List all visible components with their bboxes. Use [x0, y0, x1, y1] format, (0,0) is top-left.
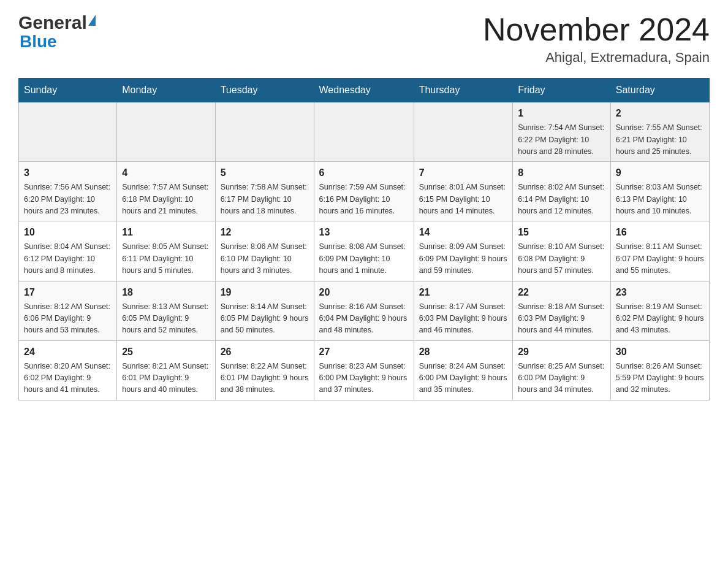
calendar-cell: 3Sunrise: 7:56 AM Sunset: 6:20 PM Daylig… — [19, 162, 117, 221]
calendar-week-row: 3Sunrise: 7:56 AM Sunset: 6:20 PM Daylig… — [19, 162, 710, 221]
day-info: Sunrise: 8:14 AM Sunset: 6:05 PM Dayligh… — [221, 301, 309, 337]
calendar-cell: 30Sunrise: 8:26 AM Sunset: 5:59 PM Dayli… — [610, 340, 709, 400]
logo-general: General — [18, 12, 87, 33]
day-number: 18 — [122, 285, 210, 300]
day-number: 21 — [419, 285, 507, 300]
calendar-cell — [314, 102, 414, 162]
calendar-week-row: 1Sunrise: 7:54 AM Sunset: 6:22 PM Daylig… — [19, 102, 710, 162]
day-number: 9 — [616, 166, 704, 180]
day-info: Sunrise: 8:20 AM Sunset: 6:02 PM Dayligh… — [24, 361, 112, 396]
calendar-cell — [117, 102, 215, 162]
calendar-cell: 5Sunrise: 7:58 AM Sunset: 6:17 PM Daylig… — [215, 162, 314, 221]
calendar-week-row: 17Sunrise: 8:12 AM Sunset: 6:06 PM Dayli… — [19, 281, 710, 340]
day-number: 25 — [122, 345, 210, 359]
calendar-cell: 23Sunrise: 8:19 AM Sunset: 6:02 PM Dayli… — [610, 281, 709, 340]
logo: General Blue — [18, 12, 96, 52]
day-info: Sunrise: 8:02 AM Sunset: 6:14 PM Dayligh… — [518, 182, 605, 217]
day-info: Sunrise: 8:08 AM Sunset: 6:09 PM Dayligh… — [319, 241, 409, 277]
calendar-cell: 17Sunrise: 8:12 AM Sunset: 6:06 PM Dayli… — [19, 281, 117, 340]
day-info: Sunrise: 8:21 AM Sunset: 6:01 PM Dayligh… — [122, 361, 210, 396]
day-number: 2 — [616, 106, 704, 121]
day-info: Sunrise: 8:04 AM Sunset: 6:12 PM Dayligh… — [24, 241, 112, 277]
calendar-cell: 12Sunrise: 8:06 AM Sunset: 6:10 PM Dayli… — [215, 221, 314, 281]
day-info: Sunrise: 8:23 AM Sunset: 6:00 PM Dayligh… — [319, 361, 409, 396]
day-number: 14 — [419, 225, 507, 240]
day-number: 12 — [221, 225, 309, 240]
calendar-cell: 1Sunrise: 7:54 AM Sunset: 6:22 PM Daylig… — [513, 102, 611, 162]
day-info: Sunrise: 8:13 AM Sunset: 6:05 PM Dayligh… — [122, 301, 210, 337]
day-number: 4 — [122, 166, 210, 180]
day-number: 28 — [419, 345, 507, 359]
day-number: 3 — [24, 166, 112, 180]
calendar-cell: 27Sunrise: 8:23 AM Sunset: 6:00 PM Dayli… — [314, 340, 414, 400]
day-info: Sunrise: 8:05 AM Sunset: 6:11 PM Dayligh… — [122, 241, 210, 277]
day-info: Sunrise: 8:12 AM Sunset: 6:06 PM Dayligh… — [24, 301, 112, 337]
calendar-cell: 19Sunrise: 8:14 AM Sunset: 6:05 PM Dayli… — [215, 281, 314, 340]
calendar-cell: 8Sunrise: 8:02 AM Sunset: 6:14 PM Daylig… — [513, 162, 611, 221]
calendar-table: SundayMondayTuesdayWednesdayThursdayFrid… — [18, 78, 710, 400]
day-info: Sunrise: 7:58 AM Sunset: 6:17 PM Dayligh… — [221, 182, 309, 217]
calendar-cell: 28Sunrise: 8:24 AM Sunset: 6:00 PM Dayli… — [414, 340, 512, 400]
day-number: 7 — [419, 166, 507, 180]
day-number: 17 — [24, 285, 112, 300]
weekday-header-thursday: Thursday — [414, 79, 512, 102]
logo-triangle-icon — [88, 15, 96, 26]
day-info: Sunrise: 7:55 AM Sunset: 6:21 PM Dayligh… — [616, 122, 704, 158]
day-info: Sunrise: 7:59 AM Sunset: 6:16 PM Dayligh… — [319, 182, 409, 217]
day-info: Sunrise: 8:03 AM Sunset: 6:13 PM Dayligh… — [616, 182, 704, 217]
day-number: 23 — [616, 285, 704, 300]
page-header: General Blue November 2024 Ahigal, Extre… — [18, 12, 710, 66]
day-number: 8 — [518, 166, 605, 180]
calendar-cell: 24Sunrise: 8:20 AM Sunset: 6:02 PM Dayli… — [19, 340, 117, 400]
calendar-cell: 18Sunrise: 8:13 AM Sunset: 6:05 PM Dayli… — [117, 281, 215, 340]
weekday-header-friday: Friday — [513, 79, 611, 102]
title-area: November 2024 Ahigal, Extremadura, Spain — [483, 12, 710, 66]
day-number: 6 — [319, 166, 409, 180]
day-number: 5 — [221, 166, 309, 180]
day-info: Sunrise: 8:01 AM Sunset: 6:15 PM Dayligh… — [419, 182, 507, 217]
day-info: Sunrise: 8:10 AM Sunset: 6:08 PM Dayligh… — [518, 241, 605, 277]
calendar-cell: 6Sunrise: 7:59 AM Sunset: 6:16 PM Daylig… — [314, 162, 414, 221]
day-info: Sunrise: 8:11 AM Sunset: 6:07 PM Dayligh… — [616, 241, 704, 277]
logo-blue: Blue — [20, 32, 57, 52]
calendar-cell: 7Sunrise: 8:01 AM Sunset: 6:15 PM Daylig… — [414, 162, 512, 221]
day-number: 13 — [319, 225, 409, 240]
day-info: Sunrise: 7:57 AM Sunset: 6:18 PM Dayligh… — [122, 182, 210, 217]
calendar-cell: 14Sunrise: 8:09 AM Sunset: 6:09 PM Dayli… — [414, 221, 512, 281]
calendar-cell: 11Sunrise: 8:05 AM Sunset: 6:11 PM Dayli… — [117, 221, 215, 281]
day-number: 19 — [221, 285, 309, 300]
calendar-cell — [414, 102, 512, 162]
day-number: 30 — [616, 345, 704, 359]
day-number: 10 — [24, 225, 112, 240]
day-number: 29 — [518, 345, 605, 359]
calendar-cell: 16Sunrise: 8:11 AM Sunset: 6:07 PM Dayli… — [610, 221, 709, 281]
day-info: Sunrise: 8:26 AM Sunset: 5:59 PM Dayligh… — [616, 361, 704, 396]
day-info: Sunrise: 8:16 AM Sunset: 6:04 PM Dayligh… — [319, 301, 409, 337]
day-info: Sunrise: 8:22 AM Sunset: 6:01 PM Dayligh… — [221, 361, 309, 396]
day-number: 27 — [319, 345, 409, 359]
day-info: Sunrise: 8:06 AM Sunset: 6:10 PM Dayligh… — [221, 241, 309, 277]
day-info: Sunrise: 8:18 AM Sunset: 6:03 PM Dayligh… — [518, 301, 605, 337]
calendar-week-row: 24Sunrise: 8:20 AM Sunset: 6:02 PM Dayli… — [19, 340, 710, 400]
day-info: Sunrise: 8:09 AM Sunset: 6:09 PM Dayligh… — [419, 241, 507, 277]
day-number: 1 — [518, 106, 605, 121]
day-info: Sunrise: 8:25 AM Sunset: 6:00 PM Dayligh… — [518, 361, 605, 396]
weekday-header-row: SundayMondayTuesdayWednesdayThursdayFrid… — [19, 79, 710, 102]
month-title: November 2024 — [483, 12, 710, 47]
day-number: 22 — [518, 285, 605, 300]
day-number: 20 — [319, 285, 409, 300]
calendar-cell: 21Sunrise: 8:17 AM Sunset: 6:03 PM Dayli… — [414, 281, 512, 340]
day-info: Sunrise: 8:17 AM Sunset: 6:03 PM Dayligh… — [419, 301, 507, 337]
day-info: Sunrise: 7:56 AM Sunset: 6:20 PM Dayligh… — [24, 182, 112, 217]
day-number: 16 — [616, 225, 704, 240]
weekday-header-tuesday: Tuesday — [215, 79, 314, 102]
calendar-cell — [215, 102, 314, 162]
weekday-header-saturday: Saturday — [610, 79, 709, 102]
calendar-cell: 20Sunrise: 8:16 AM Sunset: 6:04 PM Dayli… — [314, 281, 414, 340]
calendar-cell: 29Sunrise: 8:25 AM Sunset: 6:00 PM Dayli… — [513, 340, 611, 400]
calendar-cell: 26Sunrise: 8:22 AM Sunset: 6:01 PM Dayli… — [215, 340, 314, 400]
day-number: 24 — [24, 345, 112, 359]
calendar-cell: 13Sunrise: 8:08 AM Sunset: 6:09 PM Dayli… — [314, 221, 414, 281]
calendar-cell: 15Sunrise: 8:10 AM Sunset: 6:08 PM Dayli… — [513, 221, 611, 281]
calendar-week-row: 10Sunrise: 8:04 AM Sunset: 6:12 PM Dayli… — [19, 221, 710, 281]
